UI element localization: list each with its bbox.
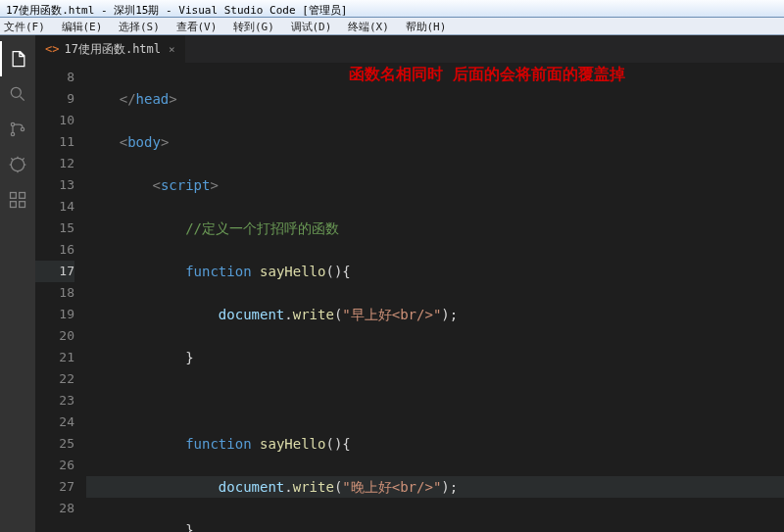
line-num: 8 <box>35 67 74 88</box>
tab-bar: <> 17使用函数.html × <box>35 35 784 63</box>
line-num: 12 <box>35 153 74 174</box>
svg-point-1 <box>11 122 14 125</box>
tab-file[interactable]: <> 17使用函数.html × <box>35 35 186 63</box>
svg-rect-8 <box>20 202 25 208</box>
menu-debug[interactable]: 调试(D) <box>291 21 332 33</box>
source-control-icon[interactable] <box>0 112 35 147</box>
line-num: 9 <box>35 88 74 110</box>
title-text: 17使用函数.html - 深圳15期 - Visual Studio Code… <box>6 4 347 17</box>
line-num: 13 <box>35 174 74 196</box>
svg-rect-6 <box>20 193 25 199</box>
menu-view[interactable]: 查看(V) <box>176 21 218 33</box>
code-line: <script> <box>86 174 784 196</box>
line-num: 10 <box>35 110 74 131</box>
line-num: 21 <box>35 347 74 368</box>
menu-edit[interactable]: 编辑(E) <box>62 21 103 33</box>
code-line: function sayHello(){ <box>86 261 784 282</box>
svg-point-2 <box>11 132 14 135</box>
line-number-gutter: 8 9 10 11 12 13 14 15 16 17 18 19 20 21 … <box>35 63 86 532</box>
line-num: 26 <box>35 455 74 476</box>
line-num: 11 <box>35 131 74 153</box>
code-line: document.write("早上好<br/>"); <box>86 304 784 325</box>
code-content[interactable]: </head> <body> <script> //定义一个打招呼的函数 fun… <box>86 63 784 532</box>
html-icon: <> <box>45 42 59 56</box>
overlay-annotation: 函数名相同时 后面的会将前面的覆盖掉 <box>349 65 625 85</box>
line-num: 20 <box>35 325 74 347</box>
menu-help[interactable]: 帮助(H) <box>406 21 447 33</box>
line-num: 25 <box>35 433 74 455</box>
menu-bar: 文件(F) 编辑(E) 选择(S) 查看(V) 转到(G) 调试(D) 终端(X… <box>0 18 784 35</box>
line-num: 17 <box>35 261 74 282</box>
svg-rect-7 <box>11 202 17 208</box>
debug-icon[interactable] <box>0 147 35 182</box>
code-line <box>86 390 784 411</box>
search-icon[interactable] <box>0 76 35 112</box>
close-icon[interactable]: × <box>169 43 175 56</box>
line-num: 23 <box>35 390 74 411</box>
tab-label: 17使用函数.html <box>64 41 161 58</box>
code-line: //定义一个打招呼的函数 <box>86 218 784 239</box>
menu-goto[interactable]: 转到(G) <box>233 21 274 33</box>
line-num: 28 <box>35 498 74 519</box>
menu-select[interactable]: 选择(S) <box>119 21 160 33</box>
code-editor[interactable]: 8 9 10 11 12 13 14 15 16 17 18 19 20 21 … <box>35 63 784 532</box>
title-bar: 17使用函数.html - 深圳15期 - Visual Studio Code… <box>0 0 784 18</box>
code-line: } <box>86 519 784 532</box>
code-line: </head> <box>86 88 784 110</box>
code-line: } <box>86 347 784 368</box>
svg-point-3 <box>21 127 24 130</box>
line-num: 27 <box>35 476 74 498</box>
line-num: 18 <box>35 282 74 304</box>
extensions-icon[interactable] <box>0 182 35 218</box>
svg-point-0 <box>11 87 21 97</box>
code-line: document.write("晚上好<br/>"); <box>86 476 784 498</box>
menu-terminal[interactable]: 终端(X) <box>348 21 389 33</box>
explorer-icon[interactable] <box>0 41 35 76</box>
line-num: 14 <box>35 196 74 218</box>
line-num: 19 <box>35 304 74 325</box>
activity-bar <box>0 35 35 532</box>
code-line: function sayHello(){ <box>86 433 784 455</box>
svg-rect-5 <box>11 193 17 199</box>
code-line: <body> <box>86 131 784 153</box>
line-num: 22 <box>35 368 74 390</box>
svg-point-4 <box>11 158 24 170</box>
line-num: 16 <box>35 239 74 261</box>
menu-file[interactable]: 文件(F) <box>4 21 45 33</box>
line-num: 15 <box>35 218 74 239</box>
line-num: 24 <box>35 411 74 433</box>
